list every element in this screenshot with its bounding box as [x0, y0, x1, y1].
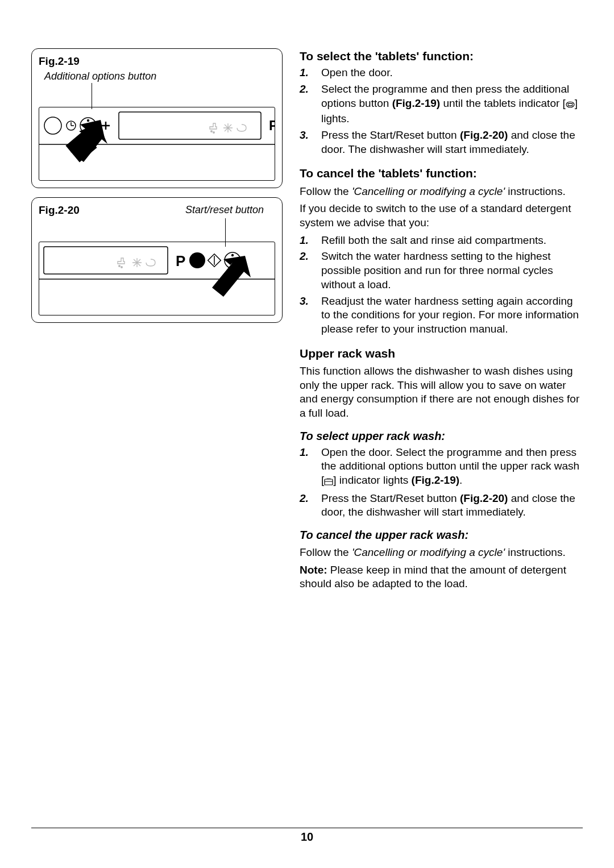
footer-divider	[31, 828, 583, 828]
list-item: 1. Open the door. Select the programme a…	[300, 446, 583, 489]
steps-switch: 1. Refill both the salt and rinse aid co…	[300, 234, 583, 337]
step-number: 2.	[300, 82, 321, 126]
heading-select-tablets: To select the 'tablets' function:	[300, 48, 583, 64]
step-text: Open the door. Select the programme and …	[321, 446, 583, 489]
list-item: 1. Open the door.	[300, 66, 583, 80]
list-item: 2. Press the Start/Reset button (Fig.2-2…	[300, 492, 583, 520]
indicator-icons-group	[210, 123, 246, 133]
manual-page: Fig.2-19 Additional options button	[0, 0, 614, 868]
svg-point-24	[121, 266, 123, 268]
step-number: 3.	[300, 294, 321, 337]
step-text: Switch the water hardness setting to the…	[321, 250, 583, 292]
steps-upper-select: 1. Open the door. Select the programme a…	[300, 446, 583, 520]
button-icon	[189, 252, 205, 268]
step-number: 2.	[300, 250, 321, 292]
indicator-icons-group	[118, 258, 155, 268]
svg-point-6	[87, 119, 89, 122]
figure-caption: Start/reset button	[80, 203, 275, 217]
figure-caption: Additional options button	[39, 70, 275, 83]
svg-point-33	[231, 254, 234, 256]
step-text: Readjust the water hardness setting agai…	[321, 294, 583, 337]
svg-rect-9	[119, 112, 261, 139]
plus-icon	[102, 122, 110, 130]
paragraph: Follow the 'Cancelling or modifying a cy…	[300, 185, 583, 199]
svg-rect-22	[44, 247, 168, 274]
svg-point-23	[119, 265, 121, 267]
step-number: 1.	[300, 234, 321, 248]
step-text: Press the Start/Reset button (Fig.2-20) …	[321, 128, 583, 156]
subheading-upper-select: To select upper rack wash:	[300, 429, 583, 443]
figures-column: Fig.2-19 Additional options button	[31, 48, 283, 595]
list-item: 3. Readjust the water hardness setting a…	[300, 294, 583, 337]
step-text: Open the door.	[321, 66, 583, 80]
note-paragraph: Note: Please keep in mind that the amoun…	[300, 563, 583, 591]
leader-line	[92, 83, 92, 109]
step-number: 2.	[300, 492, 321, 520]
note-label: Note:	[300, 564, 327, 576]
figure-2-19: Fig.2-19 Additional options button	[31, 48, 283, 188]
svg-text:P: P	[269, 118, 275, 133]
svg-rect-38	[325, 479, 333, 485]
list-item: 3. Press the Start/Reset button (Fig.2-2…	[300, 128, 583, 156]
heading-upper-rack: Upper rack wash	[300, 346, 583, 361]
steps-select-tablets: 1. Open the door. 2. Select the programm…	[300, 66, 583, 156]
upper-rack-icon	[324, 475, 333, 489]
paragraph: This function allows the dishwasher to w…	[300, 364, 583, 421]
svg-point-1	[44, 117, 61, 134]
clock-icon	[67, 121, 76, 130]
svg-text:P: P	[176, 252, 185, 269]
paragraph: If you decide to switch to the use of a …	[300, 202, 583, 230]
figure-2-20: Fig.2-20 Start/reset button	[31, 197, 283, 323]
svg-point-11	[213, 132, 215, 134]
text-column: To select the 'tablets' function: 1. Ope…	[300, 48, 583, 595]
paragraph: Follow the 'Cancelling or modifying a cy…	[300, 546, 583, 560]
control-panel-diagram: P	[39, 242, 275, 315]
subheading-upper-cancel: To cancel the upper rack wash:	[300, 528, 583, 542]
step-number: 3.	[300, 128, 321, 156]
figure-label: Fig.2-19	[39, 55, 275, 69]
step-text: Select the programme and then press the …	[321, 82, 583, 126]
control-panel-diagram: P	[39, 107, 275, 181]
page-number: 10	[0, 829, 614, 844]
list-item: 2. Switch the water hardness setting to …	[300, 250, 583, 292]
start-icon	[208, 254, 221, 267]
svg-point-34	[566, 102, 574, 107]
svg-point-10	[211, 131, 213, 132]
tablets-icon	[566, 98, 575, 113]
figure-label: Fig.2-20	[39, 203, 80, 218]
step-text: Refill both the salt and rinse aid compa…	[321, 234, 583, 248]
step-number: 1.	[300, 66, 321, 80]
list-item: 2. Select the programme and then press t…	[300, 82, 583, 126]
step-number: 1.	[300, 446, 321, 489]
list-item: 1. Refill both the salt and rinse aid co…	[300, 234, 583, 248]
pointer-arrow-icon	[212, 256, 251, 297]
step-text: Press the Start/Reset button (Fig.2-20) …	[321, 492, 583, 520]
heading-cancel-tablets: To cancel the 'tablets' function:	[300, 165, 583, 181]
